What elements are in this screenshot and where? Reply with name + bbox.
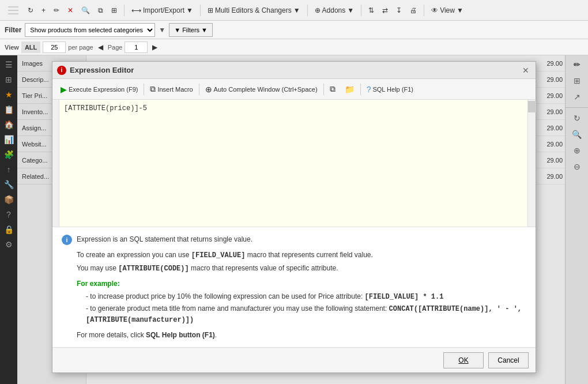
toolbar-sep-1 — [144, 84, 144, 95]
auto-complete-label: Auto Complete Window (Ctrl+Space) — [214, 86, 318, 93]
scrollbar-thumb — [528, 101, 536, 112]
grid-btn[interactable]: ⊞ — [109, 5, 119, 16]
view-icon: 👁 — [431, 6, 438, 14]
help-details: To create an expression you can use [FIE… — [77, 250, 526, 340]
filters-arrow: ▼ — [201, 27, 208, 33]
top-toolbar: ↻ + ✏ ✕ 🔍 ⧉ ⊞ ⟷ Import/Export ▼ ⊞ Multi … — [0, 0, 588, 21]
view-bar: View ALL per page ◀ Page ▶ — [0, 39, 588, 55]
multi-editors-btn[interactable]: ⊞ Multi Editors & Changers ▼ — [205, 5, 303, 16]
execute-icon: ▶ — [61, 85, 67, 94]
refresh-btn[interactable]: ↻ — [25, 5, 36, 16]
delete-btn[interactable]: ✕ — [65, 5, 76, 16]
addons-btn[interactable]: ⊕ Addons ▼ — [312, 5, 357, 16]
add-btn[interactable]: + — [39, 5, 48, 16]
execute-label: Execute Expression (F9) — [69, 86, 138, 93]
filter-bar: Filter Show products from selected categ… — [0, 21, 588, 39]
help-note: For more details, click SQL Help button … — [77, 330, 526, 340]
icon-btn-2[interactable]: 📁 — [341, 82, 358, 97]
view-arrow: ▼ — [457, 6, 463, 14]
expression-editor-dialog: i Expression Editor ✕ ▶ Execute Expressi… — [52, 61, 536, 373]
prev-page-btn[interactable]: ◀ — [96, 42, 105, 53]
view-label: View — [440, 6, 455, 14]
next-page-btn[interactable]: ▶ — [150, 42, 160, 53]
filter-icon: ▼ — [174, 27, 180, 33]
auto-complete-icon: ⊕ — [205, 85, 212, 94]
help-para1: To create an expression you can use [FIE… — [77, 250, 526, 261]
help-para2: You may use [ATTRIBUTE(CODE)] macro that… — [77, 263, 526, 274]
help-example-2: - to generate product meta title from na… — [86, 303, 526, 325]
export-btn[interactable]: ↧ — [394, 5, 404, 16]
page-input[interactable] — [125, 42, 148, 53]
folder-icon: 📁 — [345, 85, 355, 94]
execute-btn[interactable]: ▶ Execute Expression (F9) — [57, 82, 141, 97]
import-export-arrow: ▼ — [186, 6, 193, 14]
filter-label: Filter — [5, 26, 21, 34]
copy-icon: ⧉ — [330, 84, 336, 94]
multi-editors-icon: ⊞ — [208, 6, 213, 14]
code-scrollbar[interactable] — [527, 100, 536, 227]
info-icon: i — [62, 235, 72, 245]
import-export-label: Import/Export — [143, 6, 184, 14]
sep5 — [424, 5, 424, 16]
dialog-close-btn[interactable]: ✕ — [521, 65, 531, 76]
sep3 — [307, 5, 308, 16]
insert-macro-icon: ⧉ — [150, 84, 156, 94]
sql-help-btn[interactable]: ? SQL Help (F1) — [363, 82, 417, 97]
import-export-btn[interactable]: ⟷ Import/Export ▼ — [129, 5, 195, 16]
dialog-title-icon: i — [57, 66, 66, 75]
filters-btn-label: Filters — [182, 27, 199, 33]
insert-macro-btn[interactable]: ⧉ Insert Macro — [146, 82, 196, 97]
help-info-row: i Expression is an SQL statement that re… — [62, 234, 526, 245]
sep4 — [361, 5, 361, 16]
filter-select[interactable]: Show products from selected categories — [25, 23, 155, 37]
help-for-example: For example: — [77, 278, 526, 289]
help-main-text: Expression is an SQL statement that retu… — [77, 234, 252, 244]
sql-help-icon: ? — [367, 85, 371, 94]
toolbar-sep-4 — [360, 84, 361, 95]
sep1 — [124, 5, 125, 16]
help-example-1: - to increase product price by 10% the f… — [86, 291, 526, 302]
example2-code: CONCAT([ATTRIBUTE(name)], ' - ', [ATTRIB… — [86, 305, 522, 324]
copy-btn[interactable]: ⧉ — [96, 5, 105, 16]
import-export-icon: ⟷ — [131, 6, 141, 14]
all-btn[interactable]: ALL — [21, 42, 40, 53]
addons-label: Addons — [322, 6, 346, 14]
toolbar-sep-3 — [323, 84, 324, 95]
sql-help-note-text: SQL Help button (F1) — [146, 331, 215, 339]
sort-za-btn[interactable]: ⇄ — [380, 5, 390, 16]
ok-btn[interactable]: OK — [443, 352, 484, 368]
filter-funnel-icon: ▼ — [159, 26, 165, 34]
main-content: Images Descrip... Tier Pri... Invento...… — [0, 55, 588, 384]
insert-macro-label: Insert Macro — [157, 86, 193, 93]
view-btn[interactable]: 👁 View ▼ — [429, 5, 466, 16]
code-editor[interactable]: [ATTRIBUTE(price)]-5 — [59, 100, 527, 227]
icon-btn-1[interactable]: ⧉ — [326, 82, 339, 97]
code-gutter — [52, 100, 59, 227]
hamburger-menu[interactable] — [5, 2, 22, 19]
cancel-btn[interactable]: Cancel — [488, 352, 529, 368]
per-page-label: per page — [68, 44, 93, 51]
toolbar-sep-2 — [199, 84, 199, 95]
dialog-title: Expression Editor — [70, 66, 517, 74]
code-editor-container: [ATTRIBUTE(price)]-5 — [52, 100, 536, 227]
multi-editors-arrow: ▼ — [293, 6, 300, 14]
print-btn[interactable]: 🖨 — [408, 5, 419, 16]
dialog-footer: OK Cancel — [52, 347, 536, 372]
dialog-titlebar: i Expression Editor ✕ — [52, 62, 536, 79]
view-bar-label: View — [5, 44, 19, 51]
filters-btn[interactable]: ▼ Filters ▼ — [169, 23, 213, 37]
attribute-code: [ATTRIBUTE(CODE)] — [118, 265, 189, 273]
per-page-field — [43, 42, 66, 53]
field-value-code: [FIELD_VALUE] — [191, 251, 246, 259]
addons-arrow: ▼ — [347, 6, 354, 14]
addons-icon: ⊕ — [315, 6, 321, 14]
example1-code: [FIELD_VALUE] * 1.1 — [365, 293, 444, 301]
edit-btn[interactable]: ✏ — [51, 5, 62, 16]
help-panel: i Expression is an SQL statement that re… — [52, 227, 536, 347]
multi-editors-label: Multi Editors & Changers — [215, 6, 292, 14]
per-page-input[interactable] — [43, 42, 66, 53]
modal-overlay: i Expression Editor ✕ ▶ Execute Expressi… — [0, 55, 588, 384]
sort-az-btn[interactable]: ⇅ — [366, 5, 376, 16]
auto-complete-btn[interactable]: ⊕ Auto Complete Window (Ctrl+Space) — [202, 82, 321, 97]
search-btn[interactable]: 🔍 — [79, 5, 92, 16]
